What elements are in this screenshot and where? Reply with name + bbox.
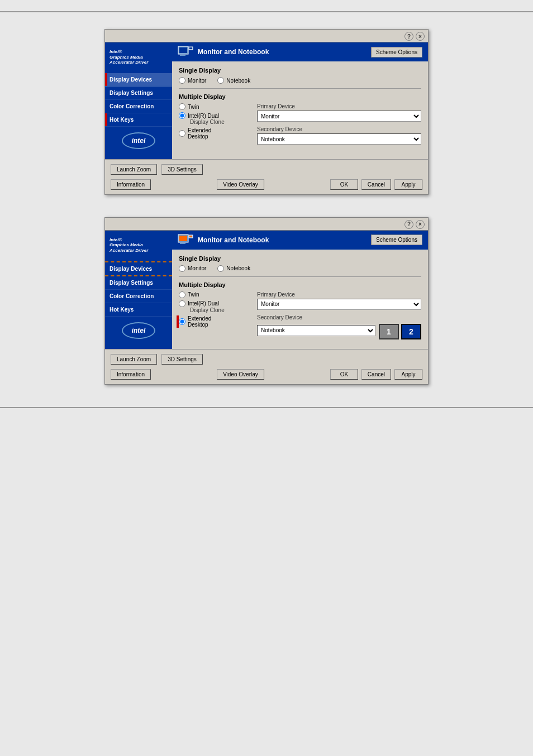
cancel-btn-1[interactable]: Cancel [361, 179, 391, 190]
dialog-1: ? × Intel® Graphics Media Accelerator Dr… [104, 29, 429, 195]
multiple-display-title-2: Multiple Display [179, 281, 421, 288]
intel-logo-1: intel [122, 132, 155, 149]
notebook-radio-label-1[interactable]: Notebook [217, 77, 250, 84]
section-divider-2 [179, 276, 421, 277]
launch-zoom-btn-1[interactable]: Launch Zoom [111, 164, 157, 175]
sidebar-item-display-settings-2[interactable]: Display Settings [105, 276, 172, 290]
sidebar-item-color-correction-1[interactable]: Color Correction [105, 100, 172, 113]
notebook-radio-2[interactable] [217, 265, 224, 272]
secondary-device-group-1: Secondary Device Monitor Notebook [257, 126, 421, 145]
display-clone-label-1: Display Clone [179, 119, 251, 125]
extended-radio-2[interactable] [179, 318, 185, 325]
monitor-thumb-1: 1 [379, 324, 399, 339]
sidebar-item-display-settings-1[interactable]: Display Settings [105, 87, 172, 100]
content-title-1: Monitor and Notebook [198, 48, 269, 56]
intel-dual-radio-label-1[interactable]: Intel(R) Dual [179, 112, 251, 119]
secondary-device-select-2[interactable]: Monitor Notebook [257, 325, 375, 336]
svg-rect-9 [189, 236, 192, 237]
main-content-1: Monitor and Notebook Scheme Options Sing… [172, 42, 428, 159]
monitor-radio-label-1[interactable]: Monitor [179, 77, 206, 84]
extended-radio-label-1[interactable]: Extended Desktop [179, 127, 251, 140]
single-display-title-2: Single Display [179, 255, 421, 262]
sidebar-1: Intel® Graphics Media Accelerator Driver… [105, 42, 172, 159]
launch-zoom-btn-2[interactable]: Launch Zoom [111, 354, 157, 365]
footer-bottom-row-2: Information Video Overlay OK Cancel Appl… [111, 369, 422, 380]
apply-btn-2[interactable]: Apply [394, 369, 422, 380]
twin-radio-label-2[interactable]: Twin [179, 291, 251, 298]
settings-3d-btn-2[interactable]: 3D Settings [161, 354, 203, 365]
sidebar-item-hot-keys-2[interactable]: Hot Keys [105, 303, 172, 317]
sidebar-item-display-devices-1[interactable]: Display Devices [105, 73, 172, 87]
content-inner-2: Single Display Monitor Notebook Mu [172, 250, 428, 345]
sidebar-item-display-devices-2[interactable]: Display Devices [105, 261, 172, 276]
monitor-radio-1[interactable] [179, 77, 185, 84]
svg-rect-2 [180, 55, 185, 56]
dialog-1-body: Intel® Graphics Media Accelerator Driver… [105, 42, 428, 159]
sidebar-2-nav: Display Devices Display Settings Color C… [105, 261, 172, 317]
notebook-radio-label-2[interactable]: Notebook [217, 265, 250, 272]
content-header-1: Monitor and Notebook Scheme Options [172, 42, 428, 61]
secondary-device-select-1[interactable]: Monitor Notebook [257, 133, 421, 145]
scheme-options-btn-2[interactable]: Scheme Options [371, 235, 422, 245]
primary-device-select-2[interactable]: Monitor Notebook [257, 299, 421, 310]
titlebar-icons-2: ? × [404, 220, 425, 229]
display-clone-label-2: Display Clone [179, 307, 251, 313]
extended-radio-1[interactable] [179, 130, 185, 137]
help-icon-1[interactable]: ? [404, 32, 413, 41]
intel-dual-group-1: Intel(R) Dual Display Clone [179, 112, 251, 125]
section-divider-1 [179, 88, 421, 89]
sidebar-2-logo: Intel® Graphics Media Accelerator Driver [105, 235, 172, 256]
video-overlay-btn-1[interactable]: Video Overlay [217, 179, 264, 190]
sidebar-item-color-correction-2[interactable]: Color Correction [105, 290, 172, 303]
primary-device-group-2: Primary Device Monitor Notebook [257, 291, 421, 310]
device-column-2: Primary Device Monitor Notebook Secondar… [257, 291, 421, 339]
twin-radio-2[interactable] [179, 291, 185, 298]
dialog-2-titlebar: ? × [105, 218, 428, 231]
information-btn-2[interactable]: Information [111, 369, 151, 380]
twin-radio-label-1[interactable]: Twin [179, 103, 251, 110]
primary-device-select-1[interactable]: Monitor Notebook [257, 111, 421, 122]
ok-btn-1[interactable]: OK [330, 179, 358, 190]
twin-radio-1[interactable] [179, 103, 185, 110]
monitor-thumb-2: 2 [401, 324, 421, 339]
secondary-device-label-1: Secondary Device [257, 126, 421, 132]
radio-column-1: Twin Intel(R) Dual Display Clone [179, 103, 251, 145]
footer-bottom-row-1: Information Video Overlay OK Cancel Appl… [111, 179, 422, 190]
ok-btn-2[interactable]: OK [330, 369, 358, 380]
device-column-1: Primary Device Monitor Notebook Secondar… [257, 103, 421, 145]
top-rule [0, 11, 533, 12]
extended-radio-label-2[interactable]: Extended Desktop [179, 315, 251, 328]
scheme-options-btn-1[interactable]: Scheme Options [371, 47, 422, 58]
content-title-2: Monitor and Notebook [198, 236, 269, 244]
sidebar-item-hot-keys-1[interactable]: Hot Keys [105, 113, 172, 127]
content-header-2: Monitor and Notebook Scheme Options [172, 231, 428, 250]
sidebar-1-logo: Intel® Graphics Media Accelerator Driver [105, 47, 172, 68]
video-overlay-btn-2[interactable]: Video Overlay [217, 369, 264, 380]
single-display-radios-2: Monitor Notebook [179, 265, 421, 272]
apply-btn-1[interactable]: Apply [394, 179, 422, 190]
monitor-icon-1 [178, 46, 193, 58]
monitor-preview-2: 1 2 [379, 324, 421, 339]
close-icon-2[interactable]: × [416, 220, 425, 229]
primary-device-label-2: Primary Device [257, 291, 421, 298]
information-btn-1[interactable]: Information [111, 179, 151, 190]
intel-dual-group-2: Intel(R) Dual Display Clone [179, 300, 251, 313]
svg-rect-4 [189, 47, 192, 49]
close-icon-1[interactable]: × [416, 32, 425, 41]
multi-display-section-1: Twin Intel(R) Dual Display Clone [179, 103, 421, 145]
secondary-device-group-2: Secondary Device Monitor Notebook 1 2 [257, 314, 421, 339]
notebook-radio-1[interactable] [217, 77, 224, 84]
intel-dual-radio-1[interactable] [179, 112, 185, 119]
titlebar-icons-1: ? × [404, 32, 425, 41]
intel-dual-radio-2[interactable] [179, 300, 185, 307]
settings-3d-btn-1[interactable]: 3D Settings [161, 164, 203, 175]
help-icon-2[interactable]: ? [404, 220, 413, 229]
monitor-radio-label-2[interactable]: Monitor [179, 265, 206, 272]
content-header-left-2: Monitor and Notebook [178, 234, 269, 246]
svg-rect-1 [179, 47, 187, 53]
intel-dual-radio-label-2[interactable]: Intel(R) Dual [179, 300, 251, 307]
cancel-btn-2[interactable]: Cancel [361, 369, 391, 380]
content-inner-1: Single Display Monitor Notebook Mu [172, 61, 428, 150]
monitor-radio-2[interactable] [179, 265, 185, 272]
svg-rect-6 [179, 236, 187, 241]
